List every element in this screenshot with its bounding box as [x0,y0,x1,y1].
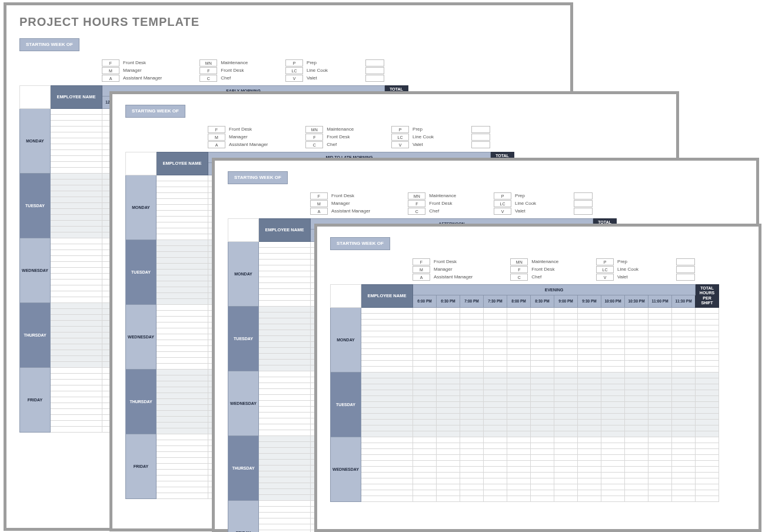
employee-name-cell[interactable] [361,407,413,413]
employee-name-cell[interactable] [361,348,413,354]
employee-name-cell[interactable] [51,232,102,238]
hour-cell[interactable] [531,319,554,325]
hour-cell[interactable] [413,419,437,425]
hour-cell[interactable] [460,354,484,360]
employee-name-cell[interactable] [157,475,208,481]
employee-name-cell[interactable] [157,269,208,275]
employee-name-cell[interactable] [259,506,311,512]
employee-name-cell[interactable] [157,381,208,387]
hour-cell[interactable] [413,496,437,501]
hour-cell[interactable] [531,384,554,390]
hour-cell[interactable] [601,360,625,366]
employee-name-cell[interactable] [259,512,311,518]
hour-cell[interactable] [437,407,460,413]
hour-cell[interactable] [648,407,672,413]
hour-cell[interactable] [648,454,672,460]
employee-name-cell[interactable] [259,277,311,282]
hour-cell[interactable] [460,466,484,472]
employee-name-cell[interactable] [157,234,208,240]
employee-name-cell[interactable] [157,398,208,404]
hour-cell[interactable] [507,378,531,384]
hour-cell[interactable] [507,425,531,431]
employee-name-cell[interactable] [51,420,102,426]
hour-cell[interactable] [484,448,507,454]
employee-name-cell[interactable] [259,259,311,265]
hour-cell[interactable] [672,319,696,325]
hour-cell[interactable] [672,425,696,431]
hour-cell[interactable] [578,331,601,337]
hour-cell[interactable] [672,443,696,448]
hour-cell[interactable] [507,348,531,354]
employee-name-cell[interactable] [157,357,208,363]
hour-cell[interactable] [413,401,437,407]
employee-name-cell[interactable] [157,404,208,410]
employee-name-cell[interactable] [51,167,102,173]
employee-name-cell[interactable] [361,454,413,460]
total-cell[interactable] [696,401,719,407]
hour-cell[interactable] [437,337,460,343]
hour-cell[interactable] [531,496,554,501]
employee-name-cell[interactable] [361,307,413,313]
employee-name-cell[interactable] [157,422,208,428]
total-cell[interactable] [696,325,719,331]
hour-cell[interactable] [625,325,648,331]
hour-cell[interactable] [554,354,578,360]
employee-name-cell[interactable] [51,279,102,285]
hour-cell[interactable] [554,490,578,496]
hour-cell[interactable] [413,407,437,413]
hour-cell[interactable] [460,478,484,484]
employee-name-cell[interactable] [157,457,208,463]
hour-cell[interactable] [578,366,601,372]
employee-name-cell[interactable] [157,263,208,269]
hour-cell[interactable] [578,384,601,390]
employee-name-cell[interactable] [157,298,208,304]
hour-cell[interactable] [413,307,437,313]
hour-cell[interactable] [648,419,672,425]
hour-cell[interactable] [648,413,672,419]
employee-name-cell[interactable] [259,500,311,506]
total-cell[interactable] [696,378,719,384]
hour-cell[interactable] [437,313,460,319]
hour-cell[interactable] [648,490,672,496]
employee-name-cell[interactable] [157,351,208,357]
employee-name-cell[interactable] [51,238,102,244]
employee-name-cell[interactable] [51,367,102,373]
hour-cell[interactable] [554,372,578,378]
employee-name-cell[interactable] [259,241,311,247]
hour-cell[interactable] [437,496,460,501]
hour-cell[interactable] [625,472,648,478]
employee-name-cell[interactable] [259,312,311,318]
hour-cell[interactable] [437,348,460,354]
hour-cell[interactable] [578,337,601,343]
hour-cell[interactable] [460,425,484,431]
hour-cell[interactable] [672,437,696,443]
hour-cell[interactable] [601,348,625,354]
hour-cell[interactable] [648,354,672,360]
employee-name-cell[interactable] [51,326,102,332]
hour-cell[interactable] [484,325,507,331]
employee-name-cell[interactable] [51,132,102,138]
hour-cell[interactable] [554,384,578,390]
hour-cell[interactable] [460,437,484,443]
employee-name-cell[interactable] [157,334,208,340]
hour-cell[interactable] [484,378,507,384]
total-cell[interactable] [696,390,719,395]
hour-cell[interactable] [413,384,437,390]
total-cell[interactable] [696,478,719,484]
hour-cell[interactable] [648,431,672,437]
hour-cell[interactable] [601,313,625,319]
employee-name-cell[interactable] [157,469,208,475]
hour-cell[interactable] [460,331,484,337]
hour-cell[interactable] [413,460,437,466]
hour-cell[interactable] [460,325,484,331]
hour-cell[interactable] [672,466,696,472]
employee-name-cell[interactable] [157,257,208,263]
hour-cell[interactable] [601,496,625,501]
hour-cell[interactable] [672,343,696,348]
hour-cell[interactable] [648,331,672,337]
hour-cell[interactable] [437,319,460,325]
employee-name-cell[interactable] [259,530,311,532]
hour-cell[interactable] [554,460,578,466]
hour-cell[interactable] [625,395,648,401]
hour-cell[interactable] [625,313,648,319]
